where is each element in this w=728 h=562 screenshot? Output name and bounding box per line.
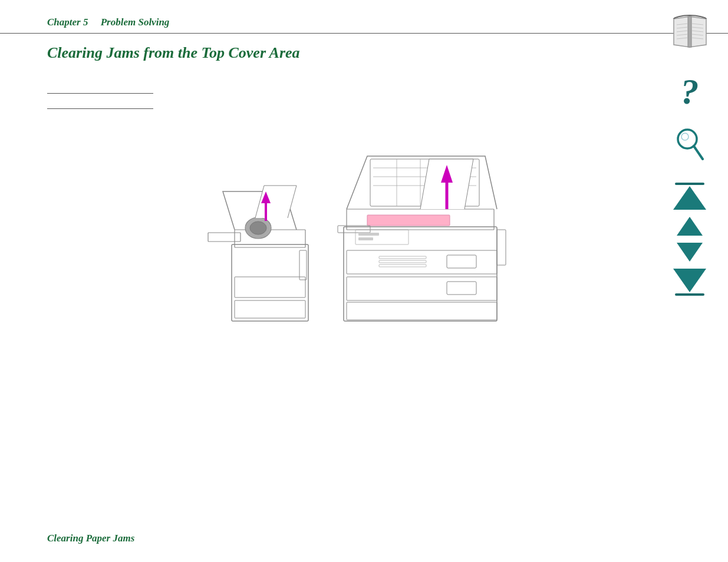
svg-point-48 (681, 133, 689, 140)
svg-rect-32 (355, 230, 409, 244)
svg-rect-31 (497, 230, 506, 265)
next-page-button[interactable] (677, 243, 703, 262)
first-page-button[interactable] (673, 183, 706, 210)
content-area (0, 121, 728, 327)
printer-illustration-left (202, 174, 320, 327)
magnify-svg (674, 127, 705, 161)
svg-rect-34 (358, 237, 373, 240)
chapter-label: Chapter 5 Problem Solving (47, 16, 169, 28)
help-icon[interactable]: ? (669, 71, 710, 112)
footer-text: Clearing Paper Jams (47, 533, 134, 544)
last-page-arrow (673, 269, 706, 292)
search-icon[interactable] (672, 127, 707, 162)
svg-rect-29 (447, 255, 476, 268)
svg-rect-8 (235, 300, 305, 318)
svg-rect-26 (379, 256, 426, 259)
svg-rect-35 (688, 16, 691, 47)
page-header: Chapter 5 Problem Solving 159 (0, 0, 728, 34)
svg-rect-0 (232, 244, 308, 321)
nav-arrows (673, 183, 706, 296)
svg-point-4 (250, 222, 266, 234)
svg-rect-25 (347, 302, 497, 320)
svg-rect-2 (208, 233, 241, 242)
printer-illustrations (202, 138, 526, 327)
svg-rect-23 (347, 250, 497, 274)
page-title: Clearing Jams from the Top Cover Area (0, 34, 728, 62)
last-page-line (675, 293, 704, 296)
svg-rect-27 (379, 260, 426, 263)
svg-rect-28 (379, 265, 426, 267)
content-text-lines (0, 62, 728, 109)
section-text: Problem Solving (101, 16, 170, 28)
text-line-1 (47, 85, 153, 94)
printer-illustration-right (320, 138, 526, 327)
nav-panel: ? (669, 12, 710, 296)
svg-rect-33 (358, 233, 379, 236)
svg-rect-24 (347, 277, 497, 300)
svg-rect-9 (299, 250, 307, 280)
chapter-text: Chapter 5 (47, 16, 88, 28)
question-mark: ? (681, 73, 699, 110)
last-page-button[interactable] (673, 269, 706, 296)
prev-page-button[interactable] (677, 217, 703, 236)
book-svg (671, 14, 709, 51)
svg-rect-7 (235, 277, 305, 297)
first-page-arrow (673, 186, 706, 210)
svg-rect-19 (367, 215, 450, 226)
svg-rect-30 (447, 282, 476, 295)
svg-line-47 (694, 146, 703, 159)
first-page-line (675, 183, 704, 185)
text-line-2 (47, 101, 153, 109)
book-icon[interactable] (669, 12, 710, 53)
